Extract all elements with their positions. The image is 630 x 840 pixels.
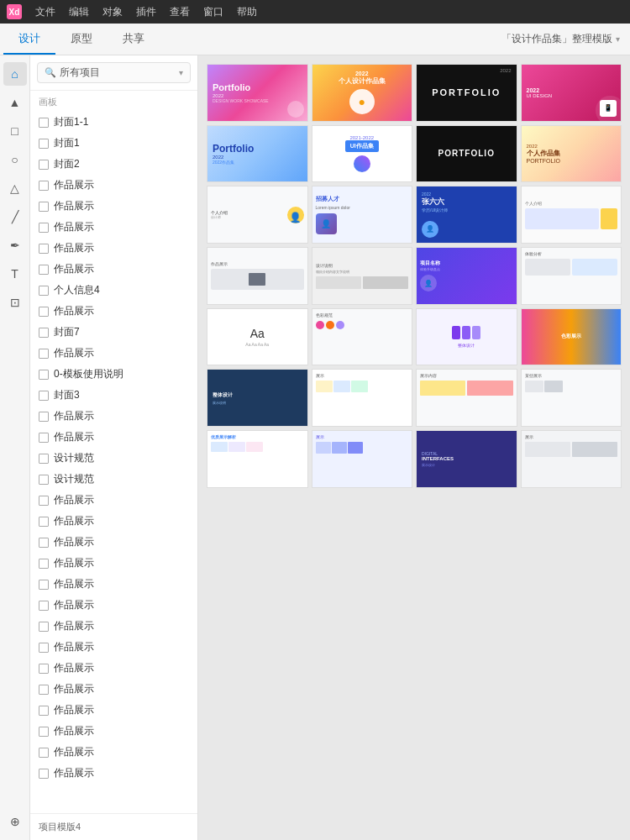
slide-cell-6[interactable]: ... 2021-2022 UI作品集 xyxy=(312,125,413,183)
search-box[interactable]: 🔍 所有项目 ▾ xyxy=(37,62,191,83)
menu-bar: Xd 文件 编辑 对象 插件 查看 窗口 帮助 xyxy=(0,0,630,24)
slide-thumbnail: 2022 个人设计作品集 ● xyxy=(312,65,412,121)
slide-cell-11[interactable]: ... 2022 张六六 学历/UI设计师 👤 xyxy=(416,186,517,244)
menu-view[interactable]: 查看 xyxy=(170,5,190,19)
sidebar-item-14[interactable]: 作品展示 xyxy=(30,406,197,427)
menu-object[interactable]: 对象 xyxy=(102,5,123,19)
slide-cell-4[interactable]: ... 2022 UI DESIGN 📱 xyxy=(521,64,622,122)
slide-thumbnail: PORTFOLIO xyxy=(417,126,517,182)
sidebar-item-label: 作品展示 xyxy=(54,241,94,255)
sidebar-item-1[interactable]: 封面1 xyxy=(30,133,197,154)
slide-cell-5[interactable]: ... Portfolio 2022 2022作品集 xyxy=(207,125,308,183)
slide-cell-3[interactable]: ... PORTFOLIO 2022 xyxy=(416,64,517,122)
sidebar-item-9[interactable]: 作品展示 xyxy=(30,301,197,322)
tab-design[interactable]: 设计 xyxy=(3,24,55,55)
slide-cell-27[interactable]: ... DIGITAL INTERFACES 展示设计 xyxy=(416,430,517,488)
menu-file[interactable]: 文件 xyxy=(35,5,55,19)
slide-cell-16[interactable]: ... 体验分析 xyxy=(521,247,622,305)
slide-cell-1[interactable]: ... Portfolio 2022 DESIGN WORK SHOWCASE xyxy=(207,64,308,122)
slide-cell-20[interactable]: ... 色彩展示 xyxy=(521,308,622,366)
slide-thumbnail: 展示 xyxy=(312,431,412,487)
slide-cell-7[interactable]: ... PORTFOLIO xyxy=(416,125,517,183)
tool-line[interactable]: ╱ xyxy=(3,205,27,228)
sidebar-item-15[interactable]: 作品展示 xyxy=(30,427,197,448)
slide-cell-10[interactable]: ... 招募人才 Lorem ipsum dolor 👤 xyxy=(312,186,413,244)
tool-rectangle[interactable]: □ xyxy=(3,119,27,143)
tool-home[interactable]: ⌂ xyxy=(3,62,27,86)
slide-thumbnail: 招募人才 Lorem ipsum dolor 👤 xyxy=(312,186,412,243)
tool-crop[interactable]: ⊡ xyxy=(3,291,27,314)
sidebar-item-3[interactable]: 作品展示 xyxy=(30,175,197,196)
slide-cell-15[interactable]: ... 项目名称 体验升级盘点 👤 xyxy=(416,247,517,305)
sidebar-item-label: 设计规范 xyxy=(54,472,94,486)
sidebar-item-10[interactable]: 封面7 xyxy=(30,322,197,343)
sidebar-item-8[interactable]: 个人信息4 xyxy=(30,280,197,301)
slide-cell-18[interactable]: ... 色彩规范 xyxy=(312,308,413,366)
sidebar-list: 封面1-1封面1封面2作品展示作品展示作品展示作品展示作品展示个人信息4作品展示… xyxy=(30,112,197,813)
sidebar-item-13[interactable]: 封面3 xyxy=(30,385,197,406)
sidebar-item-7[interactable]: 作品展示 xyxy=(30,259,197,280)
slide-cell-21[interactable]: ... 整体设计 展示说明 xyxy=(207,369,308,427)
sidebar-item-23[interactable]: 作品展示 xyxy=(30,595,197,616)
sidebar-item-19[interactable]: 作品展示 xyxy=(30,511,197,532)
page-icon xyxy=(39,181,49,191)
menu-window[interactable]: 窗口 xyxy=(203,5,223,19)
sidebar-bottom-item[interactable]: 项目模版4 xyxy=(30,813,197,840)
slide-cell-8[interactable]: ... 2022 个人作品集 PORTFOLIO xyxy=(521,125,622,183)
tool-text[interactable]: T xyxy=(3,262,27,286)
sidebar-item-28[interactable]: 作品展示 xyxy=(30,700,197,721)
page-icon xyxy=(39,223,49,233)
sidebar-item-31[interactable]: 作品展示 xyxy=(30,763,197,784)
tab-prototype[interactable]: 原型 xyxy=(55,24,108,55)
sidebar-item-25[interactable]: 作品展示 xyxy=(30,637,197,658)
menu-edit[interactable]: 编辑 xyxy=(69,5,89,19)
sidebar-item-11[interactable]: 作品展示 xyxy=(30,343,197,364)
slide-cell-19[interactable]: ... 整体设计 xyxy=(416,308,517,366)
sidebar-item-27[interactable]: 作品展示 xyxy=(30,679,197,700)
sidebar-item-30[interactable]: 作品展示 xyxy=(30,742,197,763)
slide-cell-26[interactable]: ... 展示 xyxy=(312,430,413,488)
sidebar-item-18[interactable]: 作品展示 xyxy=(30,490,197,511)
sidebar-item-21[interactable]: 作品展示 xyxy=(30,553,197,574)
sidebar-item-4[interactable]: 作品展示 xyxy=(30,196,197,217)
sidebar-item-17[interactable]: 设计规范 xyxy=(30,469,197,490)
sidebar-item-5[interactable]: 作品展示 xyxy=(30,217,197,238)
sidebar-item-12[interactable]: 0-模板使用说明 xyxy=(30,364,197,385)
slide-cell-23[interactable]: ... 展示内容 xyxy=(416,369,517,427)
menu-help[interactable]: 帮助 xyxy=(237,5,257,19)
sidebar-item-label: 0-模板使用说明 xyxy=(54,367,123,381)
page-icon xyxy=(39,265,49,275)
slide-thumbnail: PORTFOLIO 2022 xyxy=(417,65,517,121)
page-icon xyxy=(39,496,49,506)
tool-select[interactable]: ▲ xyxy=(3,91,27,114)
tab-share[interactable]: 共享 xyxy=(108,24,160,55)
sidebar-item-26[interactable]: 作品展示 xyxy=(30,658,197,679)
slide-thumbnail: 色彩展示 xyxy=(522,309,622,365)
slide-cell-24[interactable]: ... 某些展示 xyxy=(521,369,622,427)
page-icon xyxy=(39,643,49,653)
slide-cell-25[interactable]: ... 优质展示解析 xyxy=(207,430,308,488)
slide-cell-14[interactable]: ... 设计说明 项目介绍内容文字说明 xyxy=(312,247,413,305)
tool-pen[interactable]: ✒ xyxy=(3,234,27,257)
menu-plugin[interactable]: 插件 xyxy=(136,5,156,19)
sidebar-item-20[interactable]: 作品展示 xyxy=(30,532,197,553)
slide-cell-13[interactable]: ... 作品展示 xyxy=(207,247,308,305)
sidebar-item-29[interactable]: 作品展示 xyxy=(30,721,197,742)
tool-triangle[interactable]: △ xyxy=(3,176,27,200)
slide-cell-9[interactable]: ... 个人介绍 设计师 👤 xyxy=(207,186,308,244)
sidebar-item-2[interactable]: 封面2 xyxy=(30,154,197,175)
slide-cell-12[interactable]: ... 个人介绍 xyxy=(521,186,622,244)
sidebar-item-16[interactable]: 设计规范 xyxy=(30,448,197,469)
project-title: 「设计作品集」整理模版 ▾ xyxy=(491,24,630,55)
sidebar-item-22[interactable]: 作品展示 xyxy=(30,574,197,595)
slide-cell-17[interactable]: ... Aa Aa Aa Aa Aa xyxy=(207,308,308,366)
sidebar-item-0[interactable]: 封面1-1 xyxy=(30,112,197,133)
sidebar-item-label: 作品展示 xyxy=(54,661,94,675)
tool-ellipse[interactable]: ○ xyxy=(3,148,27,171)
slide-cell-2[interactable]: ... 2022 个人设计作品集 ● xyxy=(312,64,413,122)
slide-cell-28[interactable]: ... 展示 xyxy=(521,430,622,488)
tool-zoom[interactable]: ⊕ xyxy=(3,810,27,833)
slide-cell-22[interactable]: ... 展示 xyxy=(312,369,413,427)
sidebar-item-24[interactable]: 作品展示 xyxy=(30,616,197,637)
sidebar-item-6[interactable]: 作品展示 xyxy=(30,238,197,259)
